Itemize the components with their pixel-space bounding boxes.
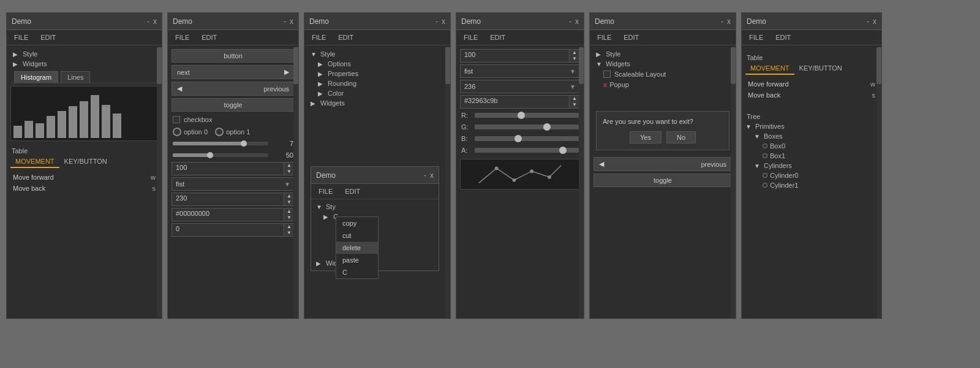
minimize-icon-1[interactable]: - xyxy=(147,17,149,26)
ctx-cut[interactable]: cut xyxy=(336,229,378,242)
scrollbar-2[interactable] xyxy=(293,47,298,318)
a-track[interactable] xyxy=(475,148,579,153)
minimize-icon-6[interactable]: - xyxy=(867,17,869,26)
scrollbar-thumb-5[interactable] xyxy=(731,47,736,84)
close-icon-3[interactable]: x xyxy=(442,17,445,26)
spinbox-down-2[interactable]: ▼ xyxy=(284,199,294,205)
keybtn-tab[interactable]: KEY/BUTTON xyxy=(59,156,112,168)
minimize-icon-3[interactable]: - xyxy=(435,17,438,26)
close-icon-2[interactable]: x xyxy=(290,17,293,26)
menu-edit-5[interactable]: EDIT xyxy=(621,33,641,42)
spinbox-up-1[interactable]: ▲ xyxy=(284,163,294,169)
ctx-copy[interactable]: copy xyxy=(336,217,378,229)
sub-tree-style-3[interactable]: Sty xyxy=(314,202,436,212)
r-thumb[interactable] xyxy=(518,112,525,119)
scrollbar-5[interactable] xyxy=(731,47,736,318)
ctx-delete[interactable]: delete xyxy=(336,242,378,254)
minimize-icon-4[interactable]: - xyxy=(569,17,571,26)
scrollbar-6[interactable] xyxy=(876,47,881,318)
slider-track-2[interactable] xyxy=(173,153,268,157)
menu-file-6[interactable]: FILE xyxy=(747,33,766,42)
tree-options-3[interactable]: Options xyxy=(308,59,447,69)
spinbox-up-4[interactable]: ▲ xyxy=(570,50,579,56)
g-track[interactable] xyxy=(475,125,579,129)
tree-boxes-6[interactable]: Boxes xyxy=(745,131,878,141)
close-icon-6[interactable]: x xyxy=(873,17,876,26)
scrollbar-thumb-2[interactable] xyxy=(293,47,298,84)
color-hex-val-4[interactable]: #32963c9b xyxy=(460,95,570,109)
sub-menu-edit-3[interactable]: EDIT xyxy=(342,186,363,196)
tab-lines[interactable]: Lines xyxy=(61,71,90,83)
tree-style-5[interactable]: Style xyxy=(594,49,732,59)
slider-thumb-2[interactable] xyxy=(207,152,213,158)
ctx-paste[interactable]: paste xyxy=(336,254,378,266)
sub-menu-file-3[interactable]: FILE xyxy=(316,186,335,196)
tree-box1-6[interactable]: Box1 xyxy=(745,151,878,161)
popup-item-5[interactable]: x Popup xyxy=(594,80,732,90)
close-icon-4[interactable]: x xyxy=(575,17,579,26)
menu-edit-1[interactable]: EDIT xyxy=(38,33,58,42)
btn-previous[interactable]: ◀ previous xyxy=(172,82,295,96)
tree-style-1[interactable]: Style xyxy=(10,49,158,59)
scrollbar-1[interactable] xyxy=(157,47,162,318)
tree-color-3[interactable]: Color xyxy=(308,88,447,98)
slider-thumb-1[interactable] xyxy=(241,140,247,147)
scrollbar-thumb-4[interactable] xyxy=(579,47,584,84)
btn-next[interactable]: next ▶ xyxy=(172,65,295,79)
menu-edit-4[interactable]: EDIT xyxy=(488,33,508,42)
tree-properties-3[interactable]: Properties xyxy=(308,69,447,79)
scrollbar-thumb-6[interactable] xyxy=(876,47,881,84)
tree-cylinder1-6[interactable]: Cylinder1 xyxy=(745,180,878,190)
a-thumb[interactable] xyxy=(559,147,567,154)
dropdown-236-4[interactable]: 236 ▼ xyxy=(460,80,580,93)
radio-option1[interactable]: option 1 xyxy=(215,128,250,136)
tree-widgets-1[interactable]: Widgets xyxy=(10,59,158,69)
btn-toggle-5[interactable]: toggle xyxy=(594,174,732,187)
tree-primitives-6[interactable]: Primitives xyxy=(745,121,878,131)
scrollbar-4[interactable] xyxy=(579,47,584,318)
color-up-1[interactable]: ▲ xyxy=(284,209,294,215)
scrollbar-thumb-1[interactable] xyxy=(157,47,162,84)
spinbox-val-4[interactable]: 100 xyxy=(460,49,570,63)
movement-tab-6[interactable]: MOVEMENT xyxy=(745,63,794,75)
close-icon-1[interactable]: x xyxy=(153,17,157,26)
ctx-c[interactable]: C xyxy=(336,266,378,278)
menu-file-1[interactable]: FILE xyxy=(12,33,31,42)
tab-histogram[interactable]: Histogram xyxy=(14,71,58,83)
dropdown-fist[interactable]: fist ▼ xyxy=(172,177,295,191)
menu-file-2[interactable]: FILE xyxy=(173,33,192,42)
color-up-4[interactable]: ▲ xyxy=(570,96,579,102)
tree-cylinder0-6[interactable]: Cylinder0 xyxy=(745,171,878,180)
r-track[interactable] xyxy=(475,113,579,118)
radio-btn-1[interactable] xyxy=(215,128,224,136)
color-val-1[interactable]: #00000000 xyxy=(172,208,284,221)
menu-edit-2[interactable]: EDIT xyxy=(199,33,219,42)
dropdown-fist-4[interactable]: fist ▼ xyxy=(460,64,580,78)
btn-button[interactable]: button xyxy=(172,49,295,63)
menu-edit-3[interactable]: EDIT xyxy=(336,33,356,42)
checkbox-input[interactable] xyxy=(173,116,180,123)
spinbox-down-4[interactable]: ▼ xyxy=(570,56,579,62)
btn-toggle[interactable]: toggle xyxy=(172,98,295,112)
spinbox-up-2[interactable]: ▲ xyxy=(284,193,294,199)
close-icon-5[interactable]: x xyxy=(727,17,731,26)
menu-file-5[interactable]: FILE xyxy=(595,33,614,42)
spinbox-val-2[interactable]: 230 xyxy=(172,193,284,206)
slider-track-1[interactable] xyxy=(173,142,268,145)
color-down-1[interactable]: ▼ xyxy=(284,215,294,221)
popup-yes-btn[interactable]: Yes xyxy=(630,131,662,144)
popup-no-btn[interactable]: No xyxy=(666,131,696,144)
b-track[interactable] xyxy=(475,136,579,141)
menu-file-3[interactable]: FILE xyxy=(309,33,328,42)
g-thumb[interactable] xyxy=(543,123,551,131)
tree-box0-6[interactable]: Box0 xyxy=(745,141,878,151)
btn-previous-5[interactable]: ◀ previous xyxy=(594,157,732,171)
tree-rounding-3[interactable]: Rounding xyxy=(308,79,447,88)
minimize-icon-2[interactable]: - xyxy=(284,17,286,26)
zero-val-1[interactable]: 0 xyxy=(172,223,284,237)
b-thumb[interactable] xyxy=(514,135,522,142)
tree-style-3[interactable]: Style xyxy=(308,49,447,59)
radio-option0[interactable]: option 0 xyxy=(173,128,208,136)
menu-edit-6[interactable]: EDIT xyxy=(773,33,793,42)
zero-down-1[interactable]: ▼ xyxy=(284,230,294,236)
